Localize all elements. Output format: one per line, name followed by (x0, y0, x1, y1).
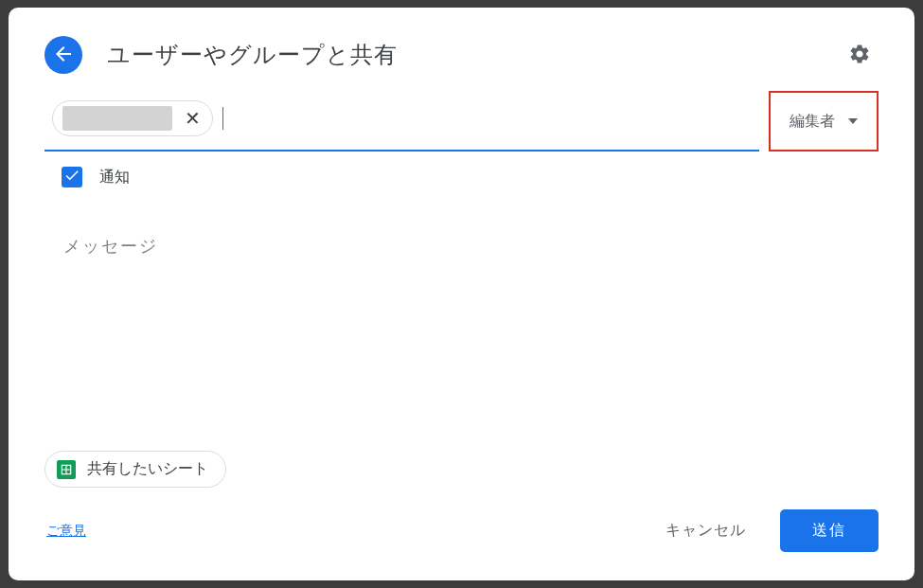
notify-label: 通知 (99, 168, 130, 187)
attachment-chip[interactable]: 共有したいシート (44, 451, 226, 488)
dialog-title: ユーザーやグループと共有 (107, 40, 841, 70)
role-dropdown[interactable]: 編集者 (769, 91, 879, 151)
gear-icon (848, 43, 871, 68)
message-placeholder: メッセージ (63, 237, 158, 256)
text-cursor (222, 107, 223, 130)
recipient-input[interactable]: ✕ (44, 91, 759, 151)
feedback-link[interactable]: ご意見 (46, 523, 86, 540)
share-dialog: ユーザーやグループと共有 ✕ 編集者 通知 メッセージ (9, 8, 914, 580)
attachment-label: 共有したいシート (87, 459, 208, 479)
dialog-footer: ご意見 キャンセル 送信 (9, 490, 914, 580)
chip-remove-icon[interactable]: ✕ (182, 108, 203, 129)
cancel-button[interactable]: キャンセル (645, 511, 767, 550)
caret-down-icon (848, 118, 858, 124)
notify-checkbox[interactable] (62, 167, 82, 187)
recipient-chip[interactable]: ✕ (52, 100, 213, 136)
role-dropdown-label: 編集者 (790, 112, 835, 132)
attachment-row: 共有したいシート (9, 451, 262, 488)
settings-button[interactable] (841, 36, 879, 74)
back-button[interactable] (44, 36, 82, 74)
recipient-chip-label (62, 106, 172, 131)
dialog-header: ユーザーやグループと共有 (9, 8, 914, 91)
check-icon (63, 167, 80, 187)
send-button[interactable]: 送信 (780, 509, 879, 552)
sheets-icon (57, 460, 76, 479)
arrow-left-icon (52, 43, 75, 68)
recipient-row: ✕ 編集者 (9, 91, 914, 151)
message-area[interactable]: メッセージ (9, 187, 914, 258)
notify-row: 通知 (9, 151, 914, 187)
